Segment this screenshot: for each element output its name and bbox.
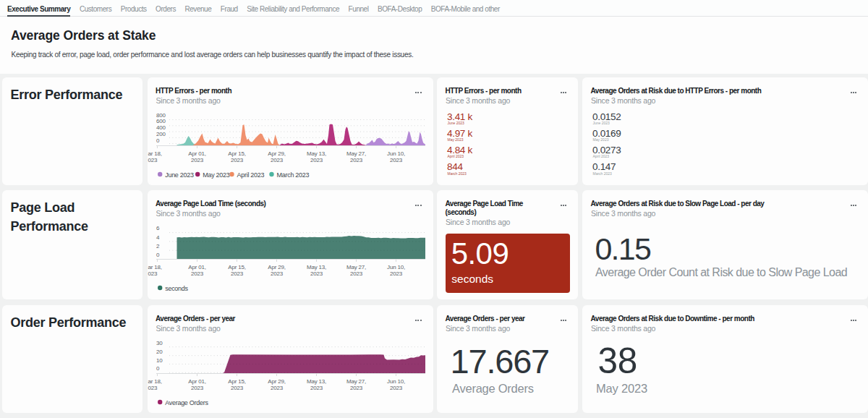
svg-text:Jun 10,: Jun 10, — [387, 378, 405, 385]
svg-text:023: 023 — [148, 157, 157, 163]
svg-text:20: 20 — [156, 349, 163, 355]
svg-text:March 2023: March 2023 — [276, 171, 309, 179]
svg-text:400: 400 — [156, 124, 166, 131]
svg-text:Apr 15,: Apr 15, — [228, 150, 245, 157]
svg-text:2023: 2023 — [310, 157, 323, 163]
svg-text:2023: 2023 — [191, 270, 204, 277]
svg-text:2023: 2023 — [231, 270, 244, 277]
svg-text:2023: 2023 — [271, 385, 284, 391]
svg-text:4: 4 — [156, 234, 160, 241]
svg-text:May 13,: May 13, — [306, 264, 326, 270]
svg-text:Average Orders: Average Orders — [165, 399, 208, 406]
svg-text:May 13,: May 13, — [306, 378, 326, 385]
svg-text:2023: 2023 — [390, 157, 403, 163]
svg-text:Jun 10,: Jun 10, — [387, 150, 405, 157]
svg-text:Apr 01,: Apr 01, — [188, 150, 205, 157]
svg-text:2023: 2023 — [350, 385, 363, 391]
svg-text:6: 6 — [156, 225, 160, 231]
svg-text:2: 2 — [156, 243, 160, 249]
svg-text:2023: 2023 — [231, 385, 244, 391]
svg-text:ar 18,: ar 18, — [148, 264, 161, 270]
svg-text:0: 0 — [156, 252, 160, 258]
svg-text:2023: 2023 — [191, 157, 204, 163]
svg-text:Apr 29,: Apr 29, — [268, 378, 285, 385]
svg-text:Jun 10,: Jun 10, — [387, 264, 405, 270]
svg-text:ar 18,: ar 18, — [148, 378, 161, 385]
svg-text:May 27,: May 27, — [346, 150, 365, 157]
svg-text:May 2023: May 2023 — [203, 171, 230, 179]
svg-text:2023: 2023 — [231, 157, 244, 163]
svg-text:May 27,: May 27, — [346, 378, 365, 385]
svg-text:April 2023: April 2023 — [237, 171, 264, 179]
svg-text:June 2023: June 2023 — [165, 171, 194, 179]
svg-text:30: 30 — [156, 340, 163, 346]
svg-text:Apr 29,: Apr 29, — [268, 264, 285, 270]
svg-text:May 27,: May 27, — [346, 264, 365, 270]
svg-text:2023: 2023 — [390, 270, 403, 277]
svg-text:seconds: seconds — [165, 285, 188, 292]
svg-text:10: 10 — [156, 357, 163, 364]
svg-text:2023: 2023 — [390, 385, 403, 391]
svg-text:Apr 15,: Apr 15, — [228, 264, 245, 270]
svg-text:Apr 29,: Apr 29, — [268, 150, 285, 157]
svg-text:2023: 2023 — [310, 270, 323, 277]
svg-text:May 13,: May 13, — [306, 150, 326, 157]
svg-text:Apr 01,: Apr 01, — [188, 264, 205, 270]
svg-text:0: 0 — [156, 137, 160, 144]
svg-text:2023: 2023 — [271, 270, 284, 277]
svg-text:2023: 2023 — [310, 385, 323, 391]
svg-text:800: 800 — [156, 112, 166, 119]
svg-text:0: 0 — [156, 365, 160, 372]
svg-text:Apr 15,: Apr 15, — [228, 378, 245, 385]
svg-text:2023: 2023 — [271, 157, 284, 163]
svg-text:023: 023 — [148, 270, 157, 277]
svg-text:023: 023 — [148, 385, 157, 391]
svg-text:2023: 2023 — [191, 385, 204, 391]
svg-text:Apr 01,: Apr 01, — [188, 378, 205, 385]
svg-text:2023: 2023 — [350, 270, 363, 277]
svg-text:200: 200 — [156, 131, 166, 137]
svg-text:ar 18,: ar 18, — [148, 150, 161, 157]
svg-text:2023: 2023 — [350, 157, 363, 163]
